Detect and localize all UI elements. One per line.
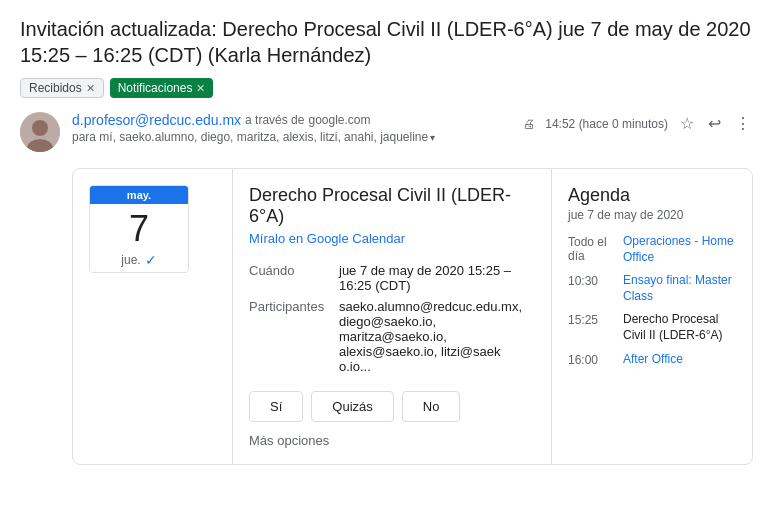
- cal-check-icon: ✓: [145, 252, 157, 268]
- cal-weekday-text: jue.: [121, 253, 140, 267]
- agenda-all-day-label: Todo el día: [568, 234, 623, 263]
- sender-via: a través de: [245, 113, 304, 127]
- agenda-row-1: 15:25 Derecho Procesal Civil II (LDER-6°…: [568, 312, 736, 343]
- tag-notificaciones-close[interactable]: ✕: [196, 82, 205, 95]
- rsvp-buttons: Sí Quizás No: [249, 391, 535, 422]
- rsvp-si-button[interactable]: Sí: [249, 391, 303, 422]
- cal-weekday: jue. ✓: [90, 252, 188, 272]
- email-container: Invitación actualizada: Derecho Procesal…: [0, 0, 773, 481]
- more-button[interactable]: ⋮: [733, 112, 753, 135]
- calendar-icon: may. 7 jue. ✓: [89, 185, 189, 273]
- recipients-text: para mí, saeko.alumno, diego, maritza, a…: [72, 130, 428, 144]
- email-body-card: may. 7 jue. ✓ Derecho Procesal Civil II …: [72, 168, 753, 465]
- svg-point-1: [32, 120, 48, 136]
- agenda-date: jue 7 de may de 2020: [568, 208, 736, 222]
- event-info-table: Cuándo jue 7 de may de 2020 15:25 – 16:2…: [249, 260, 535, 377]
- avatar: [20, 112, 60, 152]
- sender-line: d.profesor@redcuc.edu.mx a través de goo…: [72, 112, 523, 128]
- agenda-time-0: 10:30: [568, 273, 623, 288]
- agenda-title: Agenda: [568, 185, 736, 206]
- cal-day: 7: [90, 204, 188, 252]
- rsvp-no-button[interactable]: No: [402, 391, 461, 422]
- star-button[interactable]: ☆: [678, 112, 696, 135]
- participants-label: Participantes: [249, 296, 339, 377]
- meta-actions: 🖨 14:52 (hace 0 minutos) ☆ ↩ ⋮: [523, 112, 753, 135]
- tag-recibidos[interactable]: Recibidos ✕: [20, 78, 104, 98]
- agenda-all-day-row: Todo el día Operaciones - Home Office: [568, 234, 736, 265]
- sender-email: d.profesor@redcuc.edu.mx: [72, 112, 241, 128]
- when-label: Cuándo: [249, 260, 339, 296]
- agenda-event-2[interactable]: After Office: [623, 352, 683, 368]
- event-details: Derecho Procesal Civil II (LDER-6°A) Mír…: [233, 169, 552, 464]
- sender-domain: google.com: [308, 113, 370, 127]
- when-value: jue 7 de may de 2020 15:25 – 16:25 (CDT): [339, 260, 535, 296]
- agenda-event-0[interactable]: Ensayo final: Master Class: [623, 273, 736, 304]
- meta-body: d.profesor@redcuc.edu.mx a través de goo…: [72, 112, 753, 144]
- tag-row: Recibidos ✕ Notificaciones ✕: [20, 78, 753, 98]
- tag-notificaciones-label: Notificaciones: [118, 81, 193, 95]
- agenda-all-day-event[interactable]: Operaciones - Home Office: [623, 234, 736, 265]
- agenda-panel: Agenda jue 7 de may de 2020 Todo el día …: [552, 169, 752, 464]
- agenda-time-1: 15:25: [568, 312, 623, 327]
- clip-icon: 🖨: [523, 117, 535, 131]
- recipients-line: para mí, saeko.alumno, diego, maritza, a…: [72, 130, 523, 144]
- tag-recibidos-label: Recibidos: [29, 81, 82, 95]
- more-options-button[interactable]: Más opciones: [249, 433, 329, 448]
- reply-button[interactable]: ↩: [706, 112, 723, 135]
- event-title: Derecho Procesal Civil II (LDER-6°A): [249, 185, 535, 227]
- agenda-time-2: 16:00: [568, 352, 623, 367]
- sender-info: d.profesor@redcuc.edu.mx a través de goo…: [72, 112, 523, 144]
- email-meta: d.profesor@redcuc.edu.mx a través de goo…: [20, 112, 753, 152]
- recipients-expand-icon[interactable]: ▾: [430, 132, 435, 143]
- email-time: 14:52 (hace 0 minutos): [545, 117, 668, 131]
- email-subject: Invitación actualizada: Derecho Procesal…: [20, 16, 753, 68]
- agenda-row-2: 16:00 After Office: [568, 352, 736, 368]
- calendar-card: may. 7 jue. ✓: [73, 169, 233, 464]
- sender-actions-row: d.profesor@redcuc.edu.mx a través de goo…: [72, 112, 753, 144]
- rsvp-quizas-button[interactable]: Quizás: [311, 391, 393, 422]
- event-participants-row: Participantes saeko.alumno@redcuc.edu.mx…: [249, 296, 535, 377]
- time-ago: (hace 0 minutos): [579, 117, 668, 131]
- calendar-link[interactable]: Míralo en Google Calendar: [249, 231, 535, 246]
- agenda-row-0: 10:30 Ensayo final: Master Class: [568, 273, 736, 304]
- tag-notificaciones[interactable]: Notificaciones ✕: [110, 78, 214, 98]
- avatar-image: [20, 112, 60, 152]
- participants-value: saeko.alumno@redcuc.edu.mx, diego@saeko.…: [339, 296, 535, 377]
- agenda-event-1: Derecho Procesal Civil II (LDER-6°A): [623, 312, 736, 343]
- event-when-row: Cuándo jue 7 de may de 2020 15:25 – 16:2…: [249, 260, 535, 296]
- time-value: 14:52: [545, 117, 575, 131]
- cal-month: may.: [90, 186, 188, 204]
- tag-recibidos-close[interactable]: ✕: [86, 82, 95, 95]
